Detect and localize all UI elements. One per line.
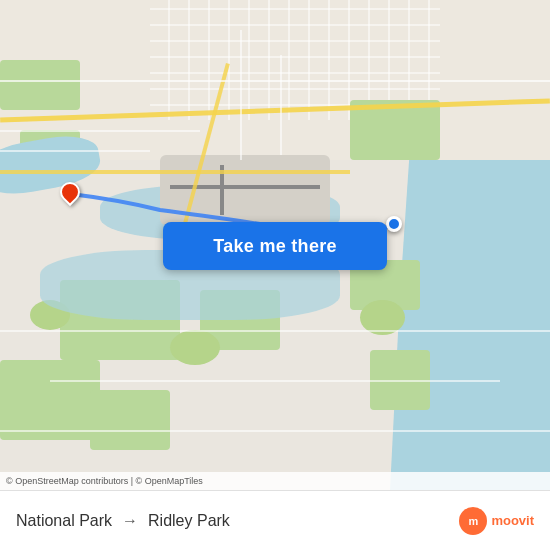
- moovit-icon: m: [459, 507, 487, 535]
- moovit-logo: m moovit: [459, 507, 534, 535]
- take-me-there-button[interactable]: Take me there: [163, 222, 387, 270]
- route-info: National Park → Ridley Park: [16, 512, 459, 530]
- copyright-bar: © OpenStreetMap contributors | © OpenMap…: [0, 472, 550, 490]
- origin-pin: [56, 178, 84, 206]
- destination-marker: [386, 216, 402, 232]
- route-from: National Park: [16, 512, 112, 530]
- route-arrow-icon: →: [122, 512, 138, 530]
- route-to: Ridley Park: [148, 512, 230, 530]
- copyright-text: © OpenStreetMap contributors | © OpenMap…: [6, 476, 203, 486]
- origin-marker: [60, 182, 80, 206]
- map-container: Take me there © OpenStreetMap contributo…: [0, 0, 550, 490]
- moovit-icon-text: m: [468, 515, 478, 527]
- moovit-text: moovit: [491, 513, 534, 528]
- take-me-there-label: Take me there: [213, 236, 337, 257]
- bottom-bar: National Park → Ridley Park m moovit: [0, 490, 550, 550]
